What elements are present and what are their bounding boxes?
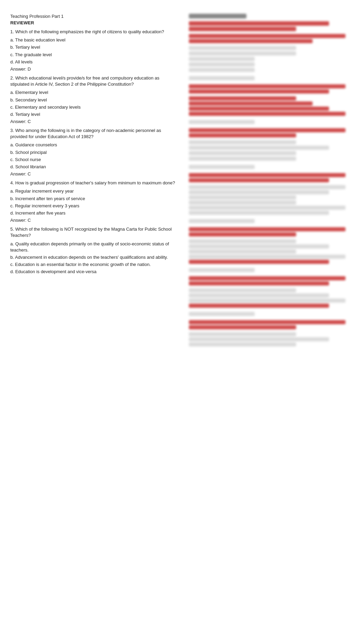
blurred-block-9	[189, 227, 354, 264]
blurred-block-4	[189, 120, 354, 124]
q3-option-a: a. Guidance counselors	[10, 142, 175, 148]
q4-option-d: d. Increment after five years	[10, 210, 175, 216]
q1-option-c: c. The graduate level	[10, 52, 175, 58]
q4-option-c: c. Regular increment every 3 years	[10, 203, 175, 209]
page-title: Teaching Profession Part 1	[10, 14, 175, 19]
q1-option-a: a. The basic education level	[10, 37, 175, 43]
q5-option-d: d. Education is development and vice-ver…	[10, 269, 175, 275]
blurred-block-11	[189, 276, 354, 308]
q3-option-d: d. School librarian	[10, 164, 175, 170]
q5-option-c: c. Education is an essential factor in t…	[10, 261, 175, 268]
q3-option-b: b. School principal	[10, 149, 175, 156]
blurred-block-1	[189, 14, 354, 72]
question-4: 4. How is gradual progression of teacher…	[10, 180, 175, 223]
question-1-text: 1. Which of the following emphasizes the…	[10, 29, 175, 35]
question-5: 5. Which of the following is NOT recogni…	[10, 226, 175, 275]
q1-answer: Answer: D	[10, 66, 175, 72]
q4-option-a: a. Regular increment every year	[10, 188, 175, 194]
blurred-block-3	[189, 84, 354, 116]
question-3: 3. Who among the following is in the cat…	[10, 127, 175, 176]
question-2: 2. Which educational level/s provide/s f…	[10, 75, 175, 124]
question-2-text: 2. Which educational level/s provide/s f…	[10, 75, 175, 87]
blurred-block-13	[189, 320, 354, 346]
left-column: Teaching Profession Part 1 REVIEWER 1. W…	[10, 14, 179, 351]
q2-option-c: c. Elementary and secondary levels	[10, 104, 175, 110]
blurred-block-6	[189, 165, 354, 169]
q4-answer: Answer: C	[10, 218, 175, 223]
blurred-block-8	[189, 219, 354, 223]
q5-option-a: a. Quality education depends primarily o…	[10, 241, 175, 253]
q4-option-b: b. Increment after ten years of service	[10, 196, 175, 202]
question-4-text: 4. How is gradual progression of teacher…	[10, 180, 175, 186]
reviewer-label: REVIEWER	[10, 20, 175, 25]
q5-option-b: b. Advancement in education depends on t…	[10, 254, 175, 260]
blurred-block-2	[189, 76, 354, 80]
q2-option-a: a. Elementary level	[10, 89, 175, 96]
blurred-block-10	[189, 268, 354, 272]
question-3-text: 3. Who among the following is in the cat…	[10, 127, 175, 140]
blurred-block-7	[189, 173, 354, 215]
q2-answer: Answer: C	[10, 119, 175, 124]
question-5-text: 5. Which of the following is NOT recogni…	[10, 226, 175, 239]
q3-answer: Answer: C	[10, 171, 175, 176]
q2-option-b: b. Secondary level	[10, 97, 175, 103]
q1-option-b: b. Tertiary level	[10, 44, 175, 50]
q3-option-c: c. School nurse	[10, 157, 175, 163]
question-1: 1. Which of the following emphasizes the…	[10, 29, 175, 72]
blurred-block-12	[189, 312, 354, 316]
blurred-block-5	[189, 128, 354, 161]
q2-option-d: d. Tertiary level	[10, 111, 175, 118]
q1-option-d: d. All levels	[10, 59, 175, 65]
right-column-blurred	[185, 14, 354, 351]
